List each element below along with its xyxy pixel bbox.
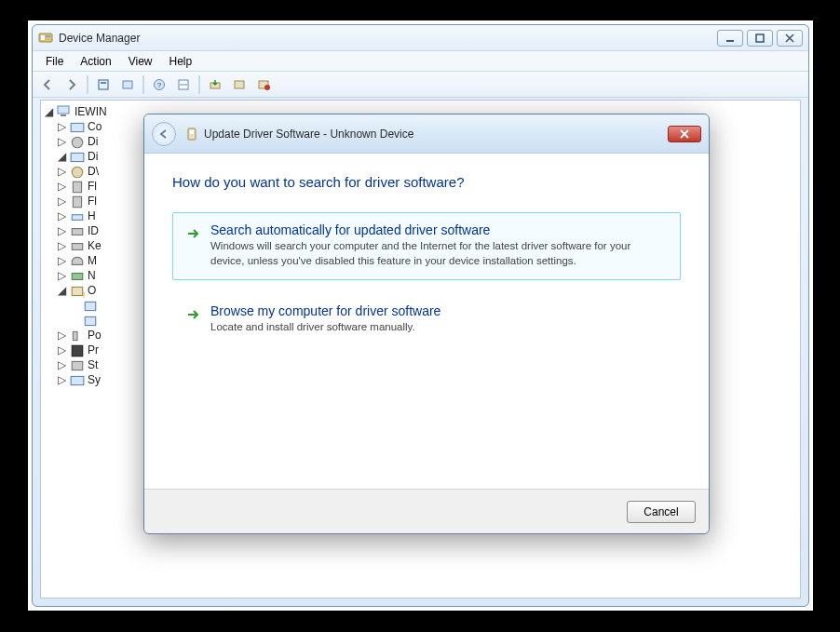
svg-rect-31 bbox=[73, 331, 77, 340]
toolbar-show-hidden[interactable] bbox=[116, 74, 139, 95]
wizard-title-label: Update Driver Software - Unknown Device bbox=[204, 128, 413, 141]
wizard-body: How do you want to search for driver sof… bbox=[144, 154, 709, 489]
expander-icon[interactable]: ◢ bbox=[56, 284, 67, 297]
expander-icon[interactable]: ▷ bbox=[56, 343, 67, 356]
svg-text:!: ! bbox=[83, 290, 85, 298]
svg-rect-17 bbox=[71, 123, 84, 131]
update-driver-wizard: Update Driver Software - Unknown Device … bbox=[143, 114, 710, 534]
device-category-icon bbox=[70, 150, 85, 163]
wizard-close-button[interactable] bbox=[668, 126, 701, 142]
menu-file[interactable]: File bbox=[38, 53, 71, 70]
svg-rect-4 bbox=[756, 34, 764, 42]
menu-help[interactable]: Help bbox=[162, 53, 200, 70]
dm-title-text: Device Manager bbox=[59, 32, 140, 45]
device-category-icon bbox=[83, 314, 98, 327]
svg-rect-19 bbox=[71, 153, 84, 161]
toolbar-scan[interactable] bbox=[172, 74, 195, 95]
shadow-frame: Device Manager File Action View Help ? bbox=[28, 20, 813, 611]
device-category-icon bbox=[70, 209, 85, 222]
tree-item-label: Ke bbox=[88, 239, 102, 252]
expander-icon[interactable]: ◢ bbox=[56, 150, 67, 163]
expander-icon[interactable]: ▷ bbox=[56, 373, 67, 386]
tree-item-label: ID bbox=[88, 224, 99, 237]
device-category-icon bbox=[70, 254, 85, 267]
expander-icon[interactable]: ▷ bbox=[56, 358, 67, 371]
toolbar-disable[interactable] bbox=[252, 74, 275, 95]
expander-icon[interactable]: ▷ bbox=[56, 120, 67, 133]
device-category-icon bbox=[70, 224, 85, 237]
option-search-automatically[interactable]: Search automatically for updated driver … bbox=[172, 212, 681, 280]
svg-point-14 bbox=[264, 85, 270, 90]
svg-rect-5 bbox=[99, 80, 108, 89]
expander-icon[interactable]: ▷ bbox=[56, 224, 67, 237]
expander-icon[interactable]: ▷ bbox=[56, 239, 67, 252]
device-manager-icon bbox=[38, 31, 53, 46]
tree-item-label: N bbox=[88, 269, 96, 282]
tree-item-label: St bbox=[88, 358, 98, 371]
expander-icon[interactable]: ▷ bbox=[56, 180, 67, 193]
menu-view[interactable]: View bbox=[121, 53, 160, 70]
device-category-icon bbox=[70, 195, 85, 208]
toolbar-sep3 bbox=[198, 75, 200, 94]
expander-icon[interactable]: ▷ bbox=[56, 254, 67, 267]
expander-icon[interactable]: ▷ bbox=[56, 135, 67, 148]
expander-icon[interactable]: ▷ bbox=[56, 209, 67, 222]
toolbar-help[interactable]: ? bbox=[148, 74, 170, 95]
device-category-icon bbox=[70, 329, 85, 342]
tree-item-label: Fl bbox=[88, 180, 97, 193]
svg-rect-27 bbox=[72, 287, 82, 295]
svg-rect-16 bbox=[61, 114, 66, 116]
svg-rect-12 bbox=[235, 81, 244, 88]
cancel-button[interactable]: Cancel bbox=[627, 501, 696, 523]
expander-icon[interactable]: ▷ bbox=[56, 165, 67, 178]
expander-icon[interactable]: ◢ bbox=[43, 105, 54, 118]
arrow-right-icon bbox=[186, 307, 201, 325]
device-category-icon: ! bbox=[70, 284, 85, 297]
device-category-icon bbox=[70, 180, 85, 193]
svg-rect-15 bbox=[58, 106, 69, 114]
option-browse-computer[interactable]: Browse my computer for driver software L… bbox=[172, 293, 681, 347]
tree-item-label: D\ bbox=[88, 165, 99, 178]
tree-item-label: M bbox=[88, 254, 97, 267]
svg-rect-2 bbox=[46, 35, 50, 37]
dm-titlebar[interactable]: Device Manager bbox=[33, 25, 808, 51]
expander-icon[interactable]: ▷ bbox=[56, 195, 67, 208]
svg-rect-25 bbox=[72, 244, 82, 250]
menu-action[interactable]: Action bbox=[73, 53, 118, 70]
svg-rect-26 bbox=[72, 274, 82, 280]
toolbar-back[interactable] bbox=[36, 74, 59, 95]
device-category-icon bbox=[70, 135, 85, 148]
expander-icon[interactable]: ▷ bbox=[56, 329, 67, 342]
toolbar-forward[interactable] bbox=[61, 74, 83, 95]
option-desc: Locate and install driver software manua… bbox=[210, 320, 667, 335]
maximize-button[interactable] bbox=[747, 30, 773, 47]
device-category-icon bbox=[70, 269, 85, 282]
svg-rect-24 bbox=[72, 229, 82, 235]
dm-toolbar: ? bbox=[33, 72, 808, 98]
device-category-icon bbox=[70, 239, 85, 252]
tree-item-label: Po bbox=[88, 329, 102, 342]
svg-rect-33 bbox=[72, 361, 82, 370]
close-button[interactable] bbox=[777, 30, 803, 47]
svg-rect-36 bbox=[190, 130, 194, 134]
expander-icon[interactable]: ▷ bbox=[56, 269, 67, 282]
option-title: Browse my computer for driver software bbox=[210, 303, 667, 318]
wizard-back-button[interactable] bbox=[152, 122, 176, 146]
svg-text:?: ? bbox=[157, 81, 162, 89]
toolbar-update-driver[interactable] bbox=[204, 74, 226, 95]
wizard-titlebar[interactable]: Update Driver Software - Unknown Device bbox=[144, 114, 709, 154]
wizard-footer: Cancel bbox=[144, 489, 709, 533]
toolbar-uninstall[interactable] bbox=[228, 74, 251, 95]
device-category-icon bbox=[83, 299, 98, 312]
svg-rect-23 bbox=[72, 215, 82, 221]
svg-rect-1 bbox=[41, 35, 45, 40]
option-title: Search automatically for updated driver … bbox=[210, 222, 667, 237]
device-category-icon bbox=[70, 343, 85, 356]
toolbar-properties[interactable] bbox=[92, 74, 115, 95]
svg-rect-30 bbox=[85, 316, 95, 325]
toolbar-sep2 bbox=[142, 75, 144, 94]
minimize-button[interactable] bbox=[717, 30, 743, 47]
tree-item-label: Sy bbox=[88, 373, 101, 386]
option-desc: Windows will search your computer and th… bbox=[210, 239, 667, 268]
tree-item-label: Di bbox=[88, 150, 98, 163]
